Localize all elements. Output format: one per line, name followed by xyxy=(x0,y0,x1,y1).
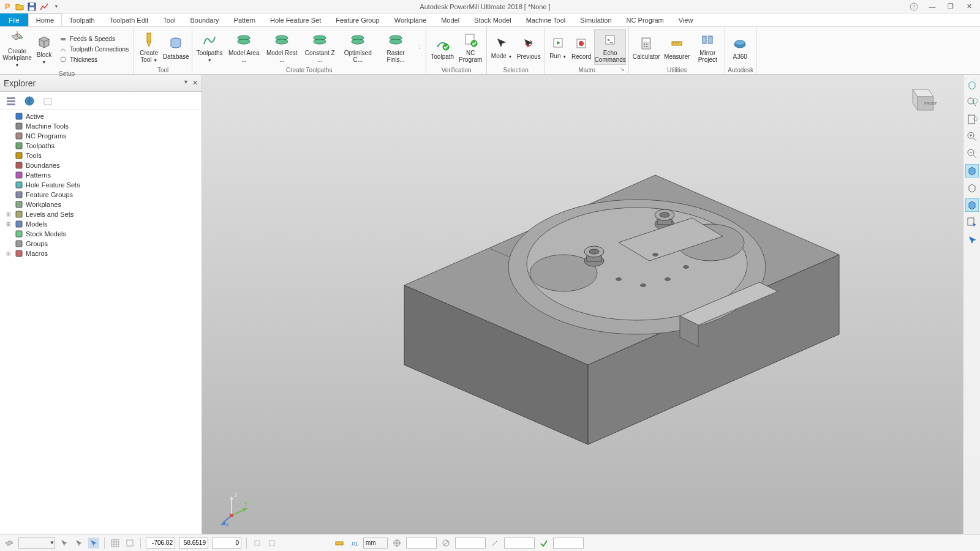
explorer-close-icon[interactable]: ✕ xyxy=(192,79,198,87)
view-cube[interactable]: FRONT xyxy=(904,82,937,115)
tree-node-stock-models[interactable]: Stock Models xyxy=(0,229,202,239)
tab-toolpath[interactable]: Toolpath xyxy=(62,13,102,26)
macro-dialog-launcher[interactable]: ↘ xyxy=(620,66,625,72)
tree-node-boundaries[interactable]: Boundaries xyxy=(0,160,202,170)
status-field-1[interactable] xyxy=(406,538,437,549)
tree-node-tools[interactable]: Tools xyxy=(0,151,202,160)
tree-expand-icon[interactable]: ⊞ xyxy=(6,250,12,257)
status-pick3-icon[interactable] xyxy=(88,538,99,549)
status-center-icon[interactable] xyxy=(391,538,402,549)
viewport[interactable]: ▼ ✕ FRONT xyxy=(202,75,980,534)
zoom-out-icon[interactable] xyxy=(965,147,979,160)
status-coord-x[interactable] xyxy=(146,538,175,549)
status-precision-icon[interactable]: .01 xyxy=(349,538,360,549)
block-button[interactable]: Block ▼ xyxy=(33,32,55,67)
tree-node-workplanes[interactable]: Workplanes xyxy=(0,200,202,209)
zoom-refresh-icon[interactable] xyxy=(965,96,979,109)
help-icon[interactable]: ? xyxy=(909,2,919,12)
status-field-3[interactable] xyxy=(504,538,535,549)
tab-workplane[interactable]: Workplane xyxy=(387,13,434,26)
tab-file[interactable]: File xyxy=(0,13,28,26)
toolpaths-more-button[interactable]: ⋮ xyxy=(415,44,423,50)
toolpath-connections-button[interactable]: Toolpath Connections xyxy=(56,44,131,54)
tab-simulation[interactable]: Simulation xyxy=(573,13,619,26)
tab-feature-group[interactable]: Feature Group xyxy=(328,13,387,26)
tree-node-nc-programs[interactable]: NC Programs xyxy=(0,131,202,141)
constant-z-button[interactable]: Constant Z ... xyxy=(301,30,338,64)
verify-toolpath-button[interactable]: Toolpath xyxy=(429,34,456,61)
tab-machine-tool[interactable]: Machine Tool xyxy=(519,13,573,26)
page-refresh-icon[interactable] xyxy=(965,113,979,126)
wireframe-icon[interactable] xyxy=(965,181,979,195)
status-unit-select[interactable]: mm xyxy=(363,538,388,549)
tree-node-active[interactable]: Active xyxy=(0,111,202,121)
close-button[interactable]: ✕ xyxy=(964,2,974,12)
tab-boundary[interactable]: Boundary xyxy=(183,13,226,26)
a360-button[interactable]: A360 xyxy=(728,34,752,61)
status-slash-icon[interactable] xyxy=(489,538,500,549)
tree-node-toolpaths[interactable]: Toolpaths xyxy=(0,141,202,151)
raster-finish-button[interactable]: Raster Finis... xyxy=(377,30,414,64)
shade-mode-2-icon[interactable] xyxy=(965,198,979,212)
tab-stock-model[interactable]: Stock Model xyxy=(467,13,519,26)
cursor-icon[interactable] xyxy=(965,233,979,246)
tree-node-macros[interactable]: ⊞Macros xyxy=(0,249,202,258)
minimize-button[interactable]: — xyxy=(927,2,937,12)
tree-node-hole-feature-sets[interactable]: Hole Feature Sets xyxy=(0,180,202,190)
open-icon[interactable] xyxy=(15,2,24,12)
feeds-speeds-button[interactable]: Feeds & Speeds xyxy=(56,34,131,43)
status-workplane-icon[interactable] xyxy=(4,538,15,549)
status-field-2[interactable] xyxy=(455,538,486,549)
measurer-button[interactable]: Measurer xyxy=(662,34,692,61)
tab-toolpath-edit[interactable]: Toolpath Edit xyxy=(102,13,156,26)
tree-node-patterns[interactable]: Patterns xyxy=(0,170,202,180)
tab-home[interactable]: Home xyxy=(28,13,62,26)
maximize-button[interactable]: ❐ xyxy=(946,2,956,12)
qat-dropdown-icon[interactable]: ▼ xyxy=(51,2,61,12)
tree-node-machine-tools[interactable]: Machine Tools xyxy=(0,121,202,131)
macro-run-button[interactable]: Run ▼ xyxy=(548,33,568,61)
mirror-project-button[interactable]: Mirror Project xyxy=(693,30,722,64)
toolpaths-button[interactable]: Toolpaths ▼ xyxy=(195,30,224,65)
status-workplane-select[interactable]: ▼ xyxy=(18,538,55,549)
tab-pattern[interactable]: Pattern xyxy=(227,13,263,26)
zoom-in-icon[interactable] xyxy=(965,130,979,143)
tab-view[interactable]: View xyxy=(671,13,701,26)
save-icon[interactable] xyxy=(27,2,37,12)
model-rest-button[interactable]: Model Rest ... xyxy=(263,30,300,64)
shade-mode-1-icon[interactable] xyxy=(965,164,979,178)
tab-model[interactable]: Model xyxy=(434,13,467,26)
status-diameter-icon[interactable] xyxy=(440,538,451,549)
explorer-tb-collapse[interactable] xyxy=(4,94,18,108)
create-workplane-button[interactable]: Create Workplane ▼ xyxy=(2,28,32,70)
selection-previous-button[interactable]: Previous xyxy=(515,34,542,61)
status-pick1-icon[interactable] xyxy=(59,538,70,549)
status-coord-y[interactable] xyxy=(179,538,208,549)
status-grid-icon[interactable] xyxy=(110,538,121,549)
tree-node-models[interactable]: ⊞Models xyxy=(0,219,202,229)
explorer-tb-globe[interactable] xyxy=(22,94,37,108)
status-field-4[interactable] xyxy=(553,538,584,549)
status-lock2-icon[interactable] xyxy=(266,538,277,549)
verify-nc-button[interactable]: NC Program xyxy=(457,30,484,64)
status-lock1-icon[interactable] xyxy=(252,538,263,549)
status-ruler-icon[interactable] xyxy=(334,538,345,549)
tree-node-groups[interactable]: Groups xyxy=(0,239,202,249)
selection-mode-button[interactable]: Mode ▼ xyxy=(489,33,514,61)
cursor-page-icon[interactable] xyxy=(965,216,979,229)
calculator-button[interactable]: Calculator xyxy=(631,34,661,61)
explorer-tb-wire[interactable] xyxy=(40,94,55,108)
view-iso1-icon[interactable] xyxy=(965,78,979,92)
status-pick2-icon[interactable] xyxy=(74,538,85,549)
tab-nc-program[interactable]: NC Program xyxy=(619,13,671,26)
status-snap-icon[interactable] xyxy=(124,538,135,549)
tree-node-feature-groups[interactable]: Feature Groups xyxy=(0,190,202,200)
status-coord-z[interactable] xyxy=(212,538,241,549)
tab-tool[interactable]: Tool xyxy=(156,13,183,26)
chart-icon[interactable] xyxy=(39,2,49,12)
tab-hole-feature-set[interactable]: Hole Feature Set xyxy=(263,13,328,26)
model-area-button[interactable]: Model Area ... xyxy=(225,30,262,64)
status-check-icon[interactable] xyxy=(538,538,549,549)
thickness-button[interactable]: Thickness xyxy=(56,54,131,64)
macro-record-button[interactable]: Record xyxy=(570,34,593,61)
